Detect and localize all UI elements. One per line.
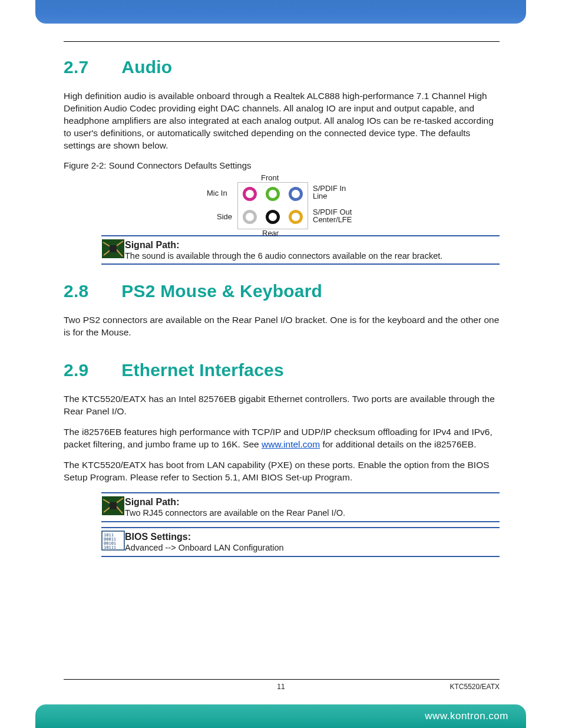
label-spdif-in-line: S/PDIF In Line (313, 185, 355, 200)
connector-grid (237, 182, 308, 229)
jack-spdif-out (289, 210, 303, 224)
jack-front (266, 187, 280, 201)
jack-side (243, 210, 257, 224)
label-spdif-out-center-lfe: S/PDIF Out Center/LFE (313, 208, 363, 224)
svg-rect-3 (110, 502, 117, 509)
intel-link[interactable]: www.intel.com (262, 439, 320, 449)
info-text: Signal Path: The sound is available thro… (125, 239, 442, 262)
svg-rect-1 (110, 245, 117, 252)
eth-body-2-post: for additional details on the i82576EB. (320, 439, 476, 449)
info-desc: The sound is available through the 6 aud… (125, 251, 442, 262)
page: 2.7Audio High definition audio is availa… (0, 0, 562, 728)
document-id: KTC5520/EATX (450, 683, 500, 691)
jack-mic-in (243, 187, 257, 201)
section-number: 2.7 (64, 57, 88, 77)
section-number: 2.8 (64, 281, 88, 301)
sound-connectors-figure: Mic In Front S/PDIF In Line Side Rear S/… (64, 176, 500, 229)
svg-text:10111: 10111 (104, 545, 116, 550)
top-divider (64, 41, 500, 42)
label-side: Side (217, 213, 232, 221)
jack-rear (266, 210, 280, 224)
info-title: Signal Path: (125, 497, 345, 508)
chip-icon (101, 239, 125, 259)
section-title: PS2 Mouse & Keyboard (121, 281, 322, 301)
footer-divider (64, 679, 500, 680)
section-heading-audio: 2.7Audio (64, 57, 500, 77)
info-title: Signal Path: (125, 240, 442, 251)
content-area: 2.7Audio High definition audio is availa… (64, 41, 500, 572)
bios-settings-block: 1011 00011 00101 10111 BIOS Settings: Ad… (101, 527, 500, 557)
signal-path-block-eth: Signal Path: Two RJ45 connectors are ava… (101, 492, 500, 522)
footer-url[interactable]: www.kontron.com (425, 710, 508, 722)
eth-body-3: The KTC5520/EATX has boot from LAN capab… (64, 459, 500, 484)
binary-icon: 1011 00011 00101 10111 (101, 531, 125, 551)
label-mic-in: Mic In (207, 189, 227, 197)
section-title: Audio (121, 57, 172, 77)
info-text: Signal Path: Two RJ45 connectors are ava… (125, 496, 345, 519)
info-desc: Advanced --> Onboard LAN Configuration (125, 542, 284, 554)
signal-path-block-audio: Signal Path: The sound is available thro… (101, 235, 500, 265)
ps2-body: Two PS2 connectors are available on the … (64, 314, 500, 339)
connector-panel: Mic In Front S/PDIF In Line Side Rear S/… (161, 176, 402, 229)
section-heading-ps2: 2.8PS2 Mouse & Keyboard (64, 281, 500, 301)
label-front: Front (261, 174, 279, 182)
chip-icon (101, 496, 125, 516)
header-bar (35, 0, 526, 24)
section-title: Ethernet Interfaces (121, 360, 284, 380)
section-number: 2.9 (64, 360, 88, 380)
figure-caption: Figure 2-2: Sound Connectors Defaults Se… (64, 160, 500, 170)
info-title: BIOS Settings: (125, 532, 284, 542)
section-heading-ethernet: 2.9Ethernet Interfaces (64, 360, 500, 380)
audio-body: High definition audio is available onboa… (64, 90, 500, 152)
eth-body-2: The i82576EB features high performance w… (64, 426, 500, 451)
footer-bar: www.kontron.com (35, 704, 526, 728)
info-text: BIOS Settings: Advanced --> Onboard LAN … (125, 531, 284, 554)
eth-body-1: The KTC5520/EATX has an Intel 82576EB gi… (64, 393, 500, 418)
jack-spdif-in (289, 187, 303, 201)
label-rear: Rear (262, 229, 279, 238)
info-desc: Two RJ45 connectors are available on the… (125, 508, 345, 519)
